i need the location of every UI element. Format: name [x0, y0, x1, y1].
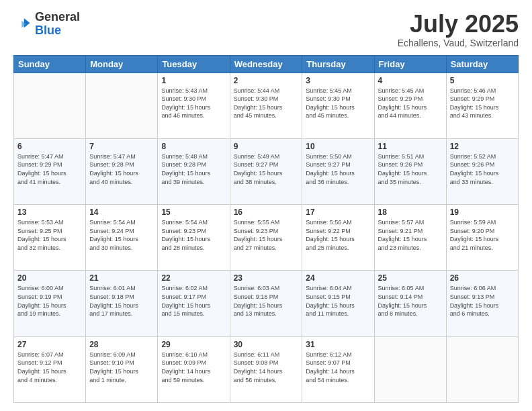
- day-info: Sunrise: 6:09 AM Sunset: 9:10 PM Dayligh…: [89, 351, 154, 384]
- day-number: 10: [306, 142, 370, 151]
- table-cell: 28Sunrise: 6:09 AM Sunset: 9:10 PM Dayli…: [86, 336, 158, 402]
- table-cell: [374, 336, 446, 402]
- day-info: Sunrise: 5:45 AM Sunset: 9:30 PM Dayligh…: [306, 87, 370, 120]
- day-info: Sunrise: 5:52 AM Sunset: 9:26 PM Dayligh…: [450, 152, 515, 186]
- table-cell: 27Sunrise: 6:07 AM Sunset: 9:12 PM Dayli…: [14, 336, 86, 402]
- table-cell: 21Sunrise: 6:01 AM Sunset: 9:18 PM Dayli…: [86, 271, 158, 336]
- title-block: July 2025 Echallens, Vaud, Switzerland: [398, 11, 519, 48]
- table-cell: [446, 336, 518, 402]
- table-cell: 30Sunrise: 6:11 AM Sunset: 9:08 PM Dayli…: [230, 336, 302, 402]
- col-monday: Monday: [86, 55, 158, 73]
- day-number: 6: [17, 142, 82, 151]
- table-cell: 12Sunrise: 5:52 AM Sunset: 9:26 PM Dayli…: [446, 138, 518, 204]
- week-row-2: 6Sunrise: 5:47 AM Sunset: 9:29 PM Daylig…: [14, 138, 519, 204]
- logo: General Blue: [13, 11, 80, 38]
- day-info: Sunrise: 5:54 AM Sunset: 9:23 PM Dayligh…: [161, 218, 226, 252]
- col-thursday: Thursday: [302, 55, 374, 73]
- day-number: 5: [450, 76, 515, 85]
- day-info: Sunrise: 5:47 AM Sunset: 9:28 PM Dayligh…: [89, 152, 154, 186]
- week-row-1: 1Sunrise: 5:43 AM Sunset: 9:30 PM Daylig…: [14, 73, 519, 138]
- day-number: 23: [234, 273, 299, 283]
- day-info: Sunrise: 5:54 AM Sunset: 9:24 PM Dayligh…: [89, 218, 154, 252]
- table-cell: [86, 73, 158, 138]
- day-info: Sunrise: 5:43 AM Sunset: 9:30 PM Dayligh…: [161, 87, 226, 120]
- day-info: Sunrise: 5:55 AM Sunset: 9:23 PM Dayligh…: [234, 218, 299, 252]
- day-number: 21: [89, 273, 154, 283]
- day-number: 29: [161, 340, 226, 349]
- week-row-4: 20Sunrise: 6:00 AM Sunset: 9:19 PM Dayli…: [14, 271, 519, 336]
- day-info: Sunrise: 6:03 AM Sunset: 9:16 PM Dayligh…: [234, 284, 299, 318]
- day-number: 9: [234, 142, 299, 151]
- day-number: 15: [161, 208, 226, 217]
- day-number: 25: [378, 273, 443, 283]
- table-cell: 18Sunrise: 5:57 AM Sunset: 9:21 PM Dayli…: [374, 205, 446, 271]
- day-info: Sunrise: 5:45 AM Sunset: 9:29 PM Dayligh…: [378, 87, 443, 120]
- day-number: 2: [234, 76, 299, 85]
- table-cell: 13Sunrise: 5:53 AM Sunset: 9:25 PM Dayli…: [14, 205, 86, 271]
- day-info: Sunrise: 6:00 AM Sunset: 9:19 PM Dayligh…: [17, 284, 82, 318]
- col-friday: Friday: [374, 55, 446, 73]
- table-cell: 11Sunrise: 5:51 AM Sunset: 9:26 PM Dayli…: [374, 138, 446, 204]
- week-row-3: 13Sunrise: 5:53 AM Sunset: 9:25 PM Dayli…: [14, 205, 519, 271]
- table-cell: 5Sunrise: 5:46 AM Sunset: 9:29 PM Daylig…: [446, 73, 518, 138]
- table-cell: 15Sunrise: 5:54 AM Sunset: 9:23 PM Dayli…: [158, 205, 230, 271]
- header: General Blue July 2025 Echallens, Vaud, …: [13, 11, 519, 48]
- table-cell: [14, 73, 86, 138]
- day-info: Sunrise: 5:57 AM Sunset: 9:21 PM Dayligh…: [378, 218, 443, 252]
- table-cell: 19Sunrise: 5:59 AM Sunset: 9:20 PM Dayli…: [446, 205, 518, 271]
- day-info: Sunrise: 6:01 AM Sunset: 9:18 PM Dayligh…: [89, 284, 154, 318]
- table-cell: 8Sunrise: 5:48 AM Sunset: 9:28 PM Daylig…: [158, 138, 230, 204]
- day-number: 31: [306, 340, 370, 349]
- day-info: Sunrise: 5:48 AM Sunset: 9:28 PM Dayligh…: [161, 152, 226, 186]
- day-number: 22: [161, 273, 226, 283]
- day-info: Sunrise: 6:11 AM Sunset: 9:08 PM Dayligh…: [234, 351, 299, 384]
- logo-icon: [13, 15, 32, 34]
- table-cell: 29Sunrise: 6:10 AM Sunset: 9:09 PM Dayli…: [158, 336, 230, 402]
- table-cell: 22Sunrise: 6:02 AM Sunset: 9:17 PM Dayli…: [158, 271, 230, 336]
- location-subtitle: Echallens, Vaud, Switzerland: [398, 38, 519, 48]
- table-cell: 9Sunrise: 5:49 AM Sunset: 9:27 PM Daylig…: [230, 138, 302, 204]
- day-number: 28: [89, 340, 154, 349]
- day-info: Sunrise: 6:07 AM Sunset: 9:12 PM Dayligh…: [17, 351, 82, 384]
- day-info: Sunrise: 6:02 AM Sunset: 9:17 PM Dayligh…: [161, 284, 226, 318]
- day-number: 20: [17, 273, 82, 283]
- calendar-page: General Blue July 2025 Echallens, Vaud, …: [0, 0, 532, 411]
- table-cell: 10Sunrise: 5:50 AM Sunset: 9:27 PM Dayli…: [302, 138, 374, 204]
- table-cell: 23Sunrise: 6:03 AM Sunset: 9:16 PM Dayli…: [230, 271, 302, 336]
- day-number: 12: [450, 142, 515, 151]
- day-info: Sunrise: 6:10 AM Sunset: 9:09 PM Dayligh…: [161, 351, 226, 384]
- day-number: 30: [234, 340, 299, 349]
- day-info: Sunrise: 5:44 AM Sunset: 9:30 PM Dayligh…: [234, 87, 299, 120]
- day-info: Sunrise: 5:56 AM Sunset: 9:22 PM Dayligh…: [306, 218, 370, 252]
- logo-general-text: General: [35, 10, 80, 24]
- day-info: Sunrise: 6:04 AM Sunset: 9:15 PM Dayligh…: [306, 284, 370, 318]
- col-sunday: Sunday: [14, 55, 86, 73]
- table-cell: 20Sunrise: 6:00 AM Sunset: 9:19 PM Dayli…: [14, 271, 86, 336]
- col-saturday: Saturday: [446, 55, 518, 73]
- day-info: Sunrise: 6:05 AM Sunset: 9:14 PM Dayligh…: [378, 284, 443, 318]
- day-number: 16: [234, 208, 299, 217]
- day-info: Sunrise: 6:06 AM Sunset: 9:13 PM Dayligh…: [450, 284, 515, 318]
- day-number: 3: [306, 76, 370, 85]
- day-info: Sunrise: 5:53 AM Sunset: 9:25 PM Dayligh…: [17, 218, 82, 252]
- table-cell: 6Sunrise: 5:47 AM Sunset: 9:29 PM Daylig…: [14, 138, 86, 204]
- col-wednesday: Wednesday: [230, 55, 302, 73]
- day-number: 27: [17, 340, 82, 349]
- day-number: 7: [89, 142, 154, 151]
- day-info: Sunrise: 6:12 AM Sunset: 9:07 PM Dayligh…: [306, 351, 370, 384]
- calendar-header-row: Sunday Monday Tuesday Wednesday Thursday…: [14, 55, 519, 73]
- table-cell: 1Sunrise: 5:43 AM Sunset: 9:30 PM Daylig…: [158, 73, 230, 138]
- month-title: July 2025: [398, 11, 519, 38]
- table-cell: 17Sunrise: 5:56 AM Sunset: 9:22 PM Dayli…: [302, 205, 374, 271]
- day-number: 14: [89, 208, 154, 217]
- day-number: 13: [17, 208, 82, 217]
- day-info: Sunrise: 5:51 AM Sunset: 9:26 PM Dayligh…: [378, 152, 443, 186]
- day-number: 18: [378, 208, 443, 217]
- col-tuesday: Tuesday: [158, 55, 230, 73]
- day-info: Sunrise: 5:46 AM Sunset: 9:29 PM Dayligh…: [450, 87, 515, 120]
- day-number: 4: [378, 76, 443, 85]
- logo-blue-text: Blue: [35, 24, 61, 37]
- day-info: Sunrise: 5:59 AM Sunset: 9:20 PM Dayligh…: [450, 218, 515, 252]
- table-cell: 2Sunrise: 5:44 AM Sunset: 9:30 PM Daylig…: [230, 73, 302, 138]
- calendar-table: Sunday Monday Tuesday Wednesday Thursday…: [13, 55, 519, 403]
